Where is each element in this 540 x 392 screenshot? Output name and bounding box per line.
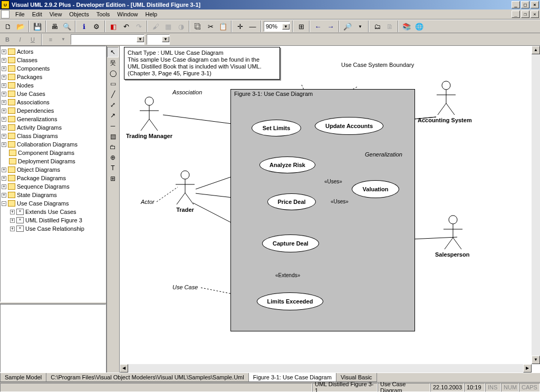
tab-sample-model[interactable]: Sample Model (0, 373, 46, 382)
tool-a-button[interactable]: ◧ (108, 21, 119, 32)
tree-item[interactable]: +Generalizations (1, 115, 105, 123)
scroll-down-button[interactable]: ▼ (532, 356, 540, 364)
undo-button[interactable]: ↶ (120, 21, 132, 32)
mdi-icon[interactable] (1, 10, 9, 18)
usecase-update-accounts[interactable]: Update Accounts (315, 117, 383, 135)
tree-item[interactable]: +Collaboration Diagrams (1, 140, 105, 149)
usecase-price-deal[interactable]: Price Deal (267, 193, 316, 210)
line-tool[interactable]: ─ (107, 121, 119, 131)
alignleft-button[interactable]: ≡ (45, 34, 56, 45)
boundary-tool[interactable]: ▭ (107, 79, 119, 89)
folder-tree-button[interactable]: 🗂 (371, 21, 383, 32)
tree-item[interactable]: +Extends Use Cases (1, 208, 105, 216)
copy-button[interactable]: ⿻ (192, 21, 204, 32)
note-tool[interactable]: ▤ (107, 131, 119, 142)
mdi-close-button[interactable]: × (531, 11, 539, 18)
info-button[interactable]: ℹ (78, 21, 90, 32)
maximize-button[interactable]: □ (521, 1, 529, 8)
menu-tools[interactable]: Tools (93, 10, 114, 18)
actor-tool[interactable]: 웃 (107, 57, 119, 68)
zoom-combo[interactable]: 90% ▼ (264, 21, 290, 32)
scroll-left-button[interactable]: ◀ (120, 364, 128, 373)
find-opt-button[interactable]: ▼ (354, 21, 366, 32)
actor-trading-manager[interactable]: Trading Manager (137, 96, 172, 139)
usecase-capture-deal[interactable]: Capture Deal (262, 234, 319, 252)
tree-item[interactable]: +Nodes (1, 81, 105, 90)
tree-item[interactable]: +Use Case Relationship (1, 224, 105, 233)
italic-button[interactable]: I (15, 34, 25, 45)
horizontal-scrollbar[interactable]: ◀ ▶ (120, 364, 532, 373)
tree-item[interactable]: +Classes (1, 56, 105, 64)
preview-button[interactable]: 🔍 (61, 21, 73, 32)
font-combo[interactable]: ▼ (71, 34, 144, 45)
gen-tool[interactable]: ↗ (107, 110, 119, 121)
fit-button[interactable]: ⊞ (295, 21, 307, 32)
assoc-tool[interactable]: ╱ (107, 89, 119, 100)
tree-item[interactable]: Deployment Diagrams (1, 157, 105, 165)
tree-item[interactable]: +Packages (1, 73, 105, 81)
note-box[interactable]: Chart Type : UML Use Case Diagram This s… (124, 47, 280, 80)
menu-window[interactable]: Window (113, 10, 141, 18)
bold-button[interactable]: B (2, 34, 13, 45)
close-button[interactable]: × (531, 1, 539, 8)
underline-button[interactable]: U (27, 34, 38, 45)
nav-fwd-button[interactable]: → (325, 21, 336, 32)
books-button[interactable]: 📚 (401, 21, 412, 32)
mdi-minimize-button[interactable]: _ (512, 11, 520, 18)
usecase-limits-exceeded[interactable]: Limits Exceeded (257, 292, 323, 310)
actor-salesperson[interactable]: Salesperson (440, 214, 469, 258)
cut-button[interactable]: ✂ (205, 21, 216, 32)
tree-item[interactable]: −Use Case Diagrams (1, 199, 105, 208)
tree-item[interactable]: +Package Diagrams (1, 174, 105, 182)
redo-button[interactable]: ↷ (133, 21, 144, 32)
dep-tool[interactable]: ⤢ (107, 100, 119, 110)
paste-button[interactable]: 📋 (217, 21, 229, 32)
nav-back-button[interactable]: ← (312, 21, 324, 32)
package-tool[interactable]: 🗀 (107, 142, 119, 152)
globe-button[interactable]: 🌐 (413, 21, 425, 32)
scroll-up-button[interactable]: ▲ (532, 46, 540, 54)
tree-item[interactable]: +Dependencies (1, 106, 105, 115)
paint-button[interactable]: 🖌 (150, 21, 161, 32)
tree-item[interactable]: +Use Cases (1, 90, 105, 98)
minus-button[interactable]: — (247, 21, 258, 32)
usecase-valuation[interactable]: Valuation (352, 180, 399, 198)
print-button[interactable]: 🖶 (49, 21, 60, 32)
text-tool[interactable]: T (107, 163, 119, 173)
scroll-right-button[interactable]: ▶ (523, 364, 532, 373)
doc-button[interactable]: 🗎 (384, 21, 396, 32)
stamp-tool[interactable]: ⊞ (107, 173, 119, 184)
tree-item[interactable]: +Associations (1, 98, 105, 106)
usecase-tool[interactable]: ◯ (107, 68, 119, 79)
tree-item[interactable]: +State Diagrams (1, 191, 105, 199)
tree-item[interactable]: +Class Diagrams (1, 132, 105, 140)
tree-item[interactable]: +Sequence Diagrams (1, 182, 105, 191)
spray-button[interactable]: ◑ (175, 21, 187, 32)
tree-item[interactable]: Component Diagrams (1, 149, 105, 157)
actor-accounting-system[interactable]: Accounting System (433, 80, 472, 123)
menu-view[interactable]: View (46, 10, 66, 18)
minimize-button[interactable]: _ (512, 1, 520, 8)
find-button[interactable]: 🔎 (342, 21, 353, 32)
open-button[interactable]: 📂 (15, 21, 26, 32)
tab-filepath[interactable]: C:\Program Files\Visual Object Modelers\… (46, 373, 248, 382)
chevron-down-icon[interactable]: ▼ (282, 24, 290, 30)
tree-item[interactable]: +Components (1, 64, 105, 73)
save-button[interactable]: 💾 (32, 21, 43, 32)
crosshair-button[interactable]: ✛ (234, 21, 246, 32)
pointer-tool[interactable]: ↖ (107, 47, 119, 57)
size-combo[interactable]: ▼ (147, 34, 170, 45)
menu-objects[interactable]: Objects (65, 10, 92, 18)
chevron-down-icon[interactable]: ▼ (162, 36, 169, 42)
usecase-analyze-risk[interactable]: Analyze Risk (259, 156, 315, 173)
mdi-restore-button[interactable]: ❐ (521, 11, 529, 18)
tree-item[interactable]: +UML Distilled Figure 3 (1, 216, 105, 224)
chevron-down-icon[interactable]: ▼ (137, 36, 144, 42)
menu-edit[interactable]: Edit (28, 10, 46, 18)
tree-item[interactable]: +Actors (1, 47, 105, 56)
color-button[interactable]: ▼ (58, 34, 69, 45)
fill-button[interactable]: ▦ (162, 21, 174, 32)
new-button[interactable]: 🗋 (2, 21, 14, 32)
vertical-scrollbar[interactable]: ▲ ▼ (532, 46, 540, 364)
usecase-set-limits[interactable]: Set Limits (252, 120, 301, 136)
